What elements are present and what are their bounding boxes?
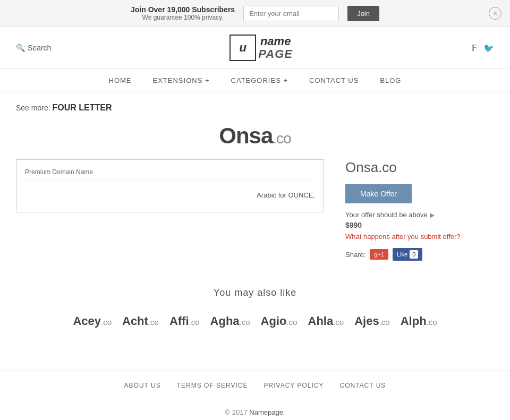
similar-domain-item[interactable]: Acht.co: [122, 314, 159, 328]
domain-display: Onsa.co: [16, 123, 494, 149]
logo-container: u name PAGE: [230, 35, 293, 61]
share-row: Share: g+1 Like 0: [345, 248, 494, 261]
similar-domain-item[interactable]: Alph.co: [401, 314, 437, 328]
facebook-like-button[interactable]: Like 0: [393, 248, 422, 261]
also-like-section: You may also like Acey.coAcht.coAffi.coA…: [16, 287, 494, 328]
nav-item-extensions[interactable]: EXTENSIONS +: [153, 76, 210, 84]
banner-sub-text: We guarantee 100% privacy.: [131, 14, 235, 21]
social-links: 𝔽 🐦: [471, 43, 494, 53]
fb-like-label: Like: [397, 251, 407, 258]
similar-domain-item[interactable]: Ajes.co: [354, 314, 390, 328]
facebook-link[interactable]: 𝔽: [471, 43, 477, 53]
footer-brand-link[interactable]: Namepage.: [249, 408, 285, 416]
footer-link-about[interactable]: ABOUT US: [124, 382, 161, 389]
nav-item-contact[interactable]: CONTACT US: [309, 76, 359, 84]
make-offer-button[interactable]: Make Offer: [345, 184, 412, 203]
main-content: See more: FOUR LETTER Onsa.co Premium Do…: [0, 92, 510, 339]
copyright-year: © 2017: [225, 408, 248, 416]
banner-main-text: Join Over 19,000 Subscribers: [131, 5, 235, 14]
offer-hint-text: Your offer should be above: [345, 211, 428, 219]
similar-domains-list: Acey.coAcht.coAffi.coAgha.coAgio.coAhla.…: [16, 314, 494, 328]
share-label: Share:: [345, 251, 366, 259]
main-section: Premium Domain Name Arabic for OUNCE. On…: [16, 159, 494, 261]
twitter-link[interactable]: 🐦: [483, 43, 494, 53]
see-more: See more: FOUR LETTER: [16, 103, 494, 113]
similar-domain-item[interactable]: Agio.co: [261, 314, 298, 328]
see-more-label: See more:: [16, 104, 50, 112]
see-more-value[interactable]: FOUR LETTER: [52, 103, 112, 112]
email-input[interactable]: [243, 6, 339, 21]
facebook-icon: 𝔽: [471, 44, 477, 53]
nav-item-blog[interactable]: BLOG: [380, 76, 401, 84]
top-banner: Join Over 19,000 Subscribers We guarante…: [0, 0, 510, 27]
nav-item-categories[interactable]: CATEGORIES +: [231, 76, 288, 84]
offer-price: $990: [345, 221, 494, 229]
offer-hint: Your offer should be above ▶: [345, 211, 494, 219]
close-banner-button[interactable]: ×: [489, 7, 502, 20]
join-button[interactable]: Join: [347, 6, 379, 21]
search-link[interactable]: 🔍 Search: [16, 44, 51, 52]
domain-logo: Onsa.co: [219, 123, 291, 148]
similar-domain-item[interactable]: Affi.co: [169, 314, 200, 328]
domain-card-description: Arabic for OUNCE.: [25, 187, 315, 203]
header: 🔍 Search u name PAGE 𝔽 🐦: [0, 27, 510, 69]
logo-icon-letter: u: [240, 41, 246, 55]
logo[interactable]: u name PAGE: [230, 35, 293, 61]
gplus-button[interactable]: g+1: [370, 249, 388, 260]
search-label: Search: [28, 44, 51, 52]
logo-name: name: [258, 35, 293, 48]
nav: HOME EXTENSIONS + CATEGORIES + CONTACT U…: [0, 69, 510, 92]
footer-link-contact[interactable]: CONTACT US: [339, 382, 386, 389]
domain-card-label: Premium Domain Name: [25, 168, 315, 181]
offer-panel: Onsa.co Make Offer Your offer should be …: [345, 159, 494, 261]
also-like-title: You may also like: [16, 287, 494, 298]
twitter-icon: 🐦: [483, 44, 494, 53]
arrow-right-icon: ▶: [430, 211, 435, 219]
footer-copyright: © 2017 Namepage.: [0, 400, 510, 420]
similar-domain-item[interactable]: Acey.co: [73, 314, 112, 328]
domain-name: Onsa: [219, 123, 273, 148]
footer-link-terms[interactable]: TERMS OF SERVICE: [177, 382, 248, 389]
offer-submit-link[interactable]: What happens after you submit offer?: [345, 233, 494, 241]
logo-page: PAGE: [258, 48, 293, 61]
fb-like-count: 0: [410, 250, 418, 259]
footer-links: ABOUT US TERMS OF SERVICE PRIVACY POLICY…: [0, 371, 510, 400]
banner-text: Join Over 19,000 Subscribers We guarante…: [131, 5, 235, 21]
search-icon: 🔍: [16, 44, 25, 52]
domain-tld: .co: [273, 130, 291, 147]
footer-link-privacy[interactable]: PRIVACY POLICY: [264, 382, 324, 389]
logo-icon: u: [230, 35, 256, 61]
logo-text: name PAGE: [258, 35, 293, 61]
offer-domain-name: Onsa.co: [345, 159, 494, 176]
similar-domain-item[interactable]: Ahla.co: [308, 314, 344, 328]
similar-domain-item[interactable]: Agha.co: [210, 314, 250, 328]
nav-item-home[interactable]: HOME: [109, 76, 132, 84]
domain-card: Premium Domain Name Arabic for OUNCE.: [16, 159, 324, 212]
